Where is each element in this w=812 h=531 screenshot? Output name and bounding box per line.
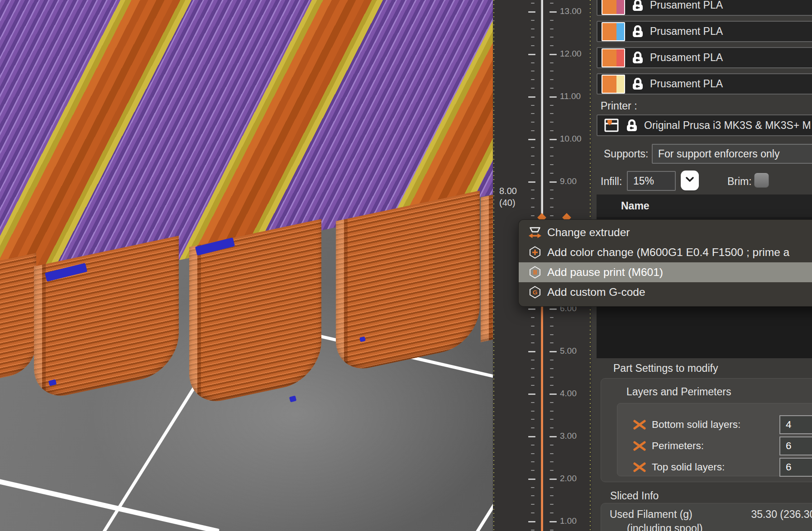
lock-icon (632, 52, 643, 64)
infill-value: 15% (633, 175, 654, 187)
filament-color-swatch (602, 22, 625, 41)
infill-input[interactable]: 15% (627, 171, 676, 191)
filament-color-swatch (602, 75, 625, 94)
svg-text:G: G (533, 289, 538, 296)
chevron-down-icon (685, 175, 695, 185)
layers-perimeters-box: Bottom solid layers:4Perimeters:6Top sol… (617, 403, 812, 476)
prusaslicer-window: 13.0012.0011.0010.009.008.007.006.005.00… (0, 0, 812, 531)
hex-gcode-icon: G (528, 286, 542, 299)
printer-selector[interactable]: Original Prusa i3 MK3S & MK3S+ M (597, 114, 812, 136)
setting-value-input[interactable]: 6 (779, 436, 812, 455)
printer-icon (604, 118, 619, 133)
remove-setting-icon[interactable] (633, 460, 646, 474)
menu-item-label: Change extruder (547, 226, 630, 239)
filament-selector-4[interactable]: Prusament PLA (597, 73, 812, 95)
hex-plus-icon (528, 246, 542, 259)
used-filament-label: Used Filament (g) (610, 508, 693, 521)
filament-selector-3[interactable]: Prusament PLA (597, 47, 812, 68)
brim-checkbox[interactable] (754, 173, 769, 188)
menu-item-label: Add custom G-code (547, 286, 645, 299)
filament-selector-1[interactable]: Prusament PLA (597, 0, 812, 16)
setting-label: Bottom solid layers: (652, 419, 740, 431)
menu-item-change-extruder[interactable]: Change extruder (519, 223, 812, 242)
setting-value-input[interactable]: 6 (779, 458, 812, 477)
layers-perimeters-heading: Layers and Perimeters (626, 386, 731, 398)
divider-dotted-line (493, 0, 494, 531)
filament-name: Prusament PLA (650, 0, 723, 11)
sliced-info-title: Sliced Info (610, 490, 659, 502)
lock-icon (632, 0, 643, 11)
remove-setting-icon[interactable] (633, 439, 646, 453)
filament-name: Prusament PLA (650, 52, 723, 64)
infill-dropdown-button[interactable] (681, 171, 699, 190)
printer-name: Original Prusa i3 MK3S & MK3S+ M (644, 119, 811, 132)
setting-row-bottom-solid-layers: Bottom solid layers:4 (617, 415, 812, 434)
setting-row-perimeters: Perimeters:6 (617, 436, 812, 455)
filament-color-swatch (602, 48, 625, 67)
current-layer-number: (40) (499, 197, 517, 209)
name-column-header: Name (621, 200, 650, 212)
part-settings-group-box: Layers and Perimeters Bottom solid layer… (601, 378, 812, 482)
printer-heading: Printer : (601, 100, 637, 112)
setting-label: Perimeters: (652, 440, 704, 452)
supports-value: For support enforcers only (658, 148, 779, 160)
hex-pause-icon (528, 266, 542, 279)
menu-item-add-pause-print-m601-[interactable]: Add pause print (M601) (519, 262, 812, 282)
supports-select[interactable]: For support enforcers only (652, 144, 812, 164)
sliced-info-box: Used Filament (g) 35.30 (236.30) (includ… (601, 503, 812, 531)
filament-selector-2[interactable]: Prusament PLA (597, 21, 812, 42)
3d-viewport[interactable] (0, 0, 493, 531)
lock-icon (632, 78, 643, 90)
model-wall (481, 192, 493, 342)
setting-value-input[interactable]: 4 (779, 415, 812, 434)
brim-label: Brim: (727, 175, 752, 188)
object-list-header: Name (597, 194, 812, 217)
lock-icon (626, 119, 637, 132)
remove-setting-icon[interactable] (633, 418, 646, 431)
current-layer-value: 8.00 (40) (499, 185, 517, 209)
extruder-swap-icon (528, 226, 542, 239)
lock-icon (632, 25, 643, 38)
used-filament-value: 35.30 (236.30) (707, 508, 812, 521)
menu-item-label: Add color change (M600G1 E0.4 F1500 ; pr… (547, 246, 789, 259)
setting-label: Top solid layers: (652, 461, 725, 473)
used-filament-sublabel: (including spool) (627, 522, 702, 531)
current-layer-height: 8.00 (499, 185, 517, 197)
layer-slider-track[interactable] (541, 0, 543, 217)
supports-label: Supports: (604, 148, 648, 160)
setting-row-top-solid-layers: Top solid layers:6 (617, 458, 812, 477)
filament-name: Prusament PLA (650, 25, 723, 38)
menu-item-add-custom-g-code[interactable]: GAdd custom G-code (519, 282, 812, 302)
infill-label: Infill: (601, 175, 622, 188)
menu-item-label: Add pause print (M601) (547, 266, 663, 279)
part-settings-title: Part Settings to modify (613, 362, 718, 375)
filament-name: Prusament PLA (650, 78, 723, 90)
filament-color-swatch (602, 0, 625, 15)
menu-item-add-color-change-m600g1-e0-4[interactable]: Add color change (M600G1 E0.4 F1500 ; pr… (519, 242, 812, 262)
layer-context-menu: Change extruderAdd color change (M600G1 … (518, 219, 812, 307)
